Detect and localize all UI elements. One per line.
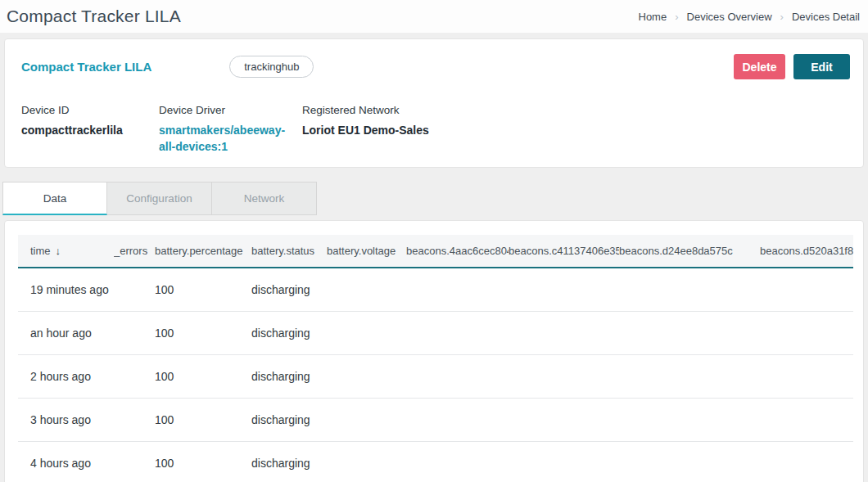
column-header-battery-voltage[interactable]: battery.voltage [327, 235, 406, 268]
column-header-beacon-c41137406e35[interactable]: beacons.c41137406e35 [509, 235, 619, 268]
table-header-row: time↓ _errors battery.percentage battery… [18, 235, 853, 268]
breadcrumb: Home › Devices Overview › Devices Detail [639, 11, 861, 23]
device-id-label: Device ID [21, 104, 159, 116]
device-data-card: time↓ _errors battery.percentage battery… [4, 220, 864, 482]
device-tag-badge: trackinghub [229, 56, 314, 78]
table-row[interactable]: 3 hours ago 100discharging [18, 398, 853, 441]
breadcrumb-devices-detail: Devices Detail [792, 11, 860, 23]
registered-network-field: Registered Network Loriot EU1 Demo-Sales [302, 104, 429, 155]
chevron-right-icon: › [780, 11, 784, 23]
device-card-title: Compact Tracker LILA [21, 60, 151, 74]
page-title: Compact Tracker LILA [7, 7, 181, 26]
column-header-beacon-d520a31f8[interactable]: beacons.d520a31f8 [760, 235, 853, 268]
tab-data[interactable]: Data [2, 182, 107, 215]
sort-descending-icon: ↓ [56, 245, 61, 257]
table-row[interactable]: 2 hours ago 100discharging [18, 354, 853, 398]
column-header-beacon-d24ee8da575c[interactable]: beacons.d24ee8da575c [619, 235, 760, 268]
breadcrumb-devices-overview[interactable]: Devices Overview [687, 11, 772, 23]
device-id-field: Device ID compacttrackerlila [21, 104, 159, 155]
tab-network[interactable]: Network [212, 182, 317, 215]
data-table: time↓ _errors battery.percentage battery… [18, 235, 853, 482]
table-row[interactable]: an hour ago 100discharging [18, 311, 853, 354]
column-header-time[interactable]: time↓ [18, 235, 114, 268]
column-header-beacon-4aac6cec804f[interactable]: beacons.4aac6cec804f [406, 235, 509, 268]
device-info-card: Compact Tracker LILA trackinghub Delete … [4, 38, 864, 168]
tab-bar: Data Configuration Network [2, 182, 868, 215]
top-bar: Compact Tracker LILA Home › Devices Over… [0, 0, 868, 33]
registered-network-value: Loriot EU1 Demo-Sales [302, 122, 429, 138]
data-table-container: time↓ _errors battery.percentage battery… [18, 235, 853, 482]
table-row[interactable]: 19 minutes ago 100discharging [18, 268, 853, 311]
registered-network-label: Registered Network [302, 104, 429, 116]
delete-button[interactable]: Delete [734, 54, 785, 79]
device-id-value: compacttrackerlila [21, 122, 159, 138]
device-driver-link[interactable]: smartmakers/abeeway-all-devices:1 [159, 122, 288, 155]
column-header-errors[interactable]: _errors [114, 235, 155, 268]
device-driver-field: Device Driver smartmakers/abeeway-all-de… [159, 104, 302, 155]
edit-button[interactable]: Edit [793, 54, 850, 79]
column-header-battery-status[interactable]: battery.status [251, 235, 327, 268]
chevron-right-icon: › [675, 11, 678, 23]
table-row[interactable]: 4 hours ago 100discharging [18, 441, 853, 482]
breadcrumb-home[interactable]: Home [639, 11, 667, 23]
column-header-battery-percentage[interactable]: battery.percentage [155, 235, 251, 268]
device-driver-label: Device Driver [159, 104, 302, 116]
tab-configuration[interactable]: Configuration [107, 182, 212, 215]
